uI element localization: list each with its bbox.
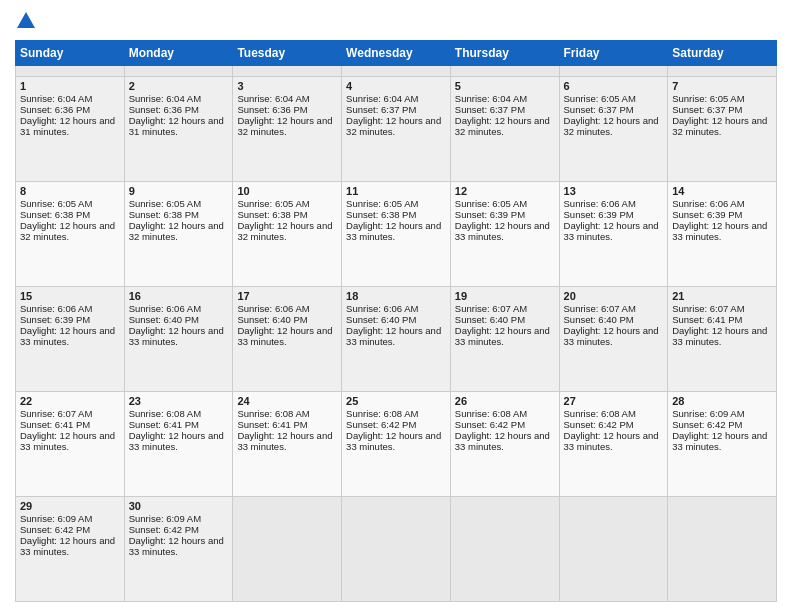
day-header-thursday: Thursday [450,41,559,66]
day-number: 15 [20,290,120,302]
sunset-text: Sunset: 6:40 PM [129,314,199,325]
sunrise-text: Sunrise: 6:04 AM [129,93,201,104]
daylight-text: Daylight: 12 hours and 33 minutes. [20,430,115,452]
sunrise-text: Sunrise: 6:09 AM [20,513,92,524]
day-number: 29 [20,500,120,512]
calendar-cell [233,497,342,602]
calendar-cell: 6Sunrise: 6:05 AMSunset: 6:37 PMDaylight… [559,77,668,182]
day-header-friday: Friday [559,41,668,66]
sunset-text: Sunset: 6:42 PM [20,524,90,535]
calendar-cell [342,66,451,77]
day-number: 17 [237,290,337,302]
day-number: 23 [129,395,229,407]
sunset-text: Sunset: 6:42 PM [129,524,199,535]
daylight-text: Daylight: 12 hours and 33 minutes. [672,325,767,347]
sunset-text: Sunset: 6:38 PM [129,209,199,220]
day-header-tuesday: Tuesday [233,41,342,66]
sunset-text: Sunset: 6:36 PM [129,104,199,115]
sunrise-text: Sunrise: 6:05 AM [20,198,92,209]
daylight-text: Daylight: 12 hours and 33 minutes. [129,535,224,557]
logo [15,10,39,32]
daylight-text: Daylight: 12 hours and 33 minutes. [346,430,441,452]
day-number: 30 [129,500,229,512]
day-number: 24 [237,395,337,407]
calendar-cell: 27Sunrise: 6:08 AMSunset: 6:42 PMDayligh… [559,392,668,497]
sunrise-text: Sunrise: 6:07 AM [455,303,527,314]
calendar-cell: 28Sunrise: 6:09 AMSunset: 6:42 PMDayligh… [668,392,777,497]
day-number: 5 [455,80,555,92]
day-number: 10 [237,185,337,197]
daylight-text: Daylight: 12 hours and 33 minutes. [672,430,767,452]
day-number: 11 [346,185,446,197]
day-number: 28 [672,395,772,407]
sunrise-text: Sunrise: 6:09 AM [129,513,201,524]
sunset-text: Sunset: 6:39 PM [20,314,90,325]
calendar-cell: 18Sunrise: 6:06 AMSunset: 6:40 PMDayligh… [342,287,451,392]
daylight-text: Daylight: 12 hours and 33 minutes. [20,535,115,557]
day-number: 12 [455,185,555,197]
calendar-cell: 11Sunrise: 6:05 AMSunset: 6:38 PMDayligh… [342,182,451,287]
sunrise-text: Sunrise: 6:05 AM [129,198,201,209]
sunset-text: Sunset: 6:37 PM [455,104,525,115]
sunrise-text: Sunrise: 6:05 AM [564,93,636,104]
sunrise-text: Sunrise: 6:06 AM [129,303,201,314]
sunrise-text: Sunrise: 6:06 AM [672,198,744,209]
sunrise-text: Sunrise: 6:05 AM [237,198,309,209]
sunset-text: Sunset: 6:42 PM [672,419,742,430]
calendar-cell: 10Sunrise: 6:05 AMSunset: 6:38 PMDayligh… [233,182,342,287]
calendar-cell: 9Sunrise: 6:05 AMSunset: 6:38 PMDaylight… [124,182,233,287]
daylight-text: Daylight: 12 hours and 32 minutes. [129,220,224,242]
daylight-text: Daylight: 12 hours and 33 minutes. [346,325,441,347]
calendar-cell: 5Sunrise: 6:04 AMSunset: 6:37 PMDaylight… [450,77,559,182]
daylight-text: Daylight: 12 hours and 32 minutes. [564,115,659,137]
sunset-text: Sunset: 6:42 PM [564,419,634,430]
calendar-cell: 17Sunrise: 6:06 AMSunset: 6:40 PMDayligh… [233,287,342,392]
calendar-cell: 13Sunrise: 6:06 AMSunset: 6:39 PMDayligh… [559,182,668,287]
daylight-text: Daylight: 12 hours and 31 minutes. [20,115,115,137]
day-number: 18 [346,290,446,302]
calendar-cell [450,66,559,77]
sunrise-text: Sunrise: 6:07 AM [20,408,92,419]
sunrise-text: Sunrise: 6:08 AM [346,408,418,419]
sunset-text: Sunset: 6:38 PM [20,209,90,220]
daylight-text: Daylight: 12 hours and 33 minutes. [129,325,224,347]
day-number: 2 [129,80,229,92]
day-number: 1 [20,80,120,92]
calendar-cell [16,66,125,77]
sunset-text: Sunset: 6:40 PM [237,314,307,325]
calendar-table: SundayMondayTuesdayWednesdayThursdayFrid… [15,40,777,602]
calendar-cell [233,66,342,77]
page: SundayMondayTuesdayWednesdayThursdayFrid… [0,0,792,612]
calendar-cell: 2Sunrise: 6:04 AMSunset: 6:36 PMDaylight… [124,77,233,182]
calendar-cell: 7Sunrise: 6:05 AMSunset: 6:37 PMDaylight… [668,77,777,182]
daylight-text: Daylight: 12 hours and 33 minutes. [129,430,224,452]
calendar-cell: 19Sunrise: 6:07 AMSunset: 6:40 PMDayligh… [450,287,559,392]
daylight-text: Daylight: 12 hours and 33 minutes. [455,325,550,347]
calendar-cell [124,66,233,77]
sunrise-text: Sunrise: 6:07 AM [672,303,744,314]
daylight-text: Daylight: 12 hours and 33 minutes. [237,430,332,452]
sunset-text: Sunset: 6:38 PM [237,209,307,220]
sunset-text: Sunset: 6:38 PM [346,209,416,220]
daylight-text: Daylight: 12 hours and 33 minutes. [564,430,659,452]
daylight-text: Daylight: 12 hours and 33 minutes. [455,430,550,452]
sunrise-text: Sunrise: 6:05 AM [346,198,418,209]
sunset-text: Sunset: 6:42 PM [346,419,416,430]
calendar-cell: 8Sunrise: 6:05 AMSunset: 6:38 PMDaylight… [16,182,125,287]
sunset-text: Sunset: 6:36 PM [237,104,307,115]
day-header-saturday: Saturday [668,41,777,66]
day-number: 9 [129,185,229,197]
sunset-text: Sunset: 6:40 PM [346,314,416,325]
sunrise-text: Sunrise: 6:05 AM [672,93,744,104]
calendar-cell [559,497,668,602]
sunrise-text: Sunrise: 6:07 AM [564,303,636,314]
calendar-cell: 14Sunrise: 6:06 AMSunset: 6:39 PMDayligh… [668,182,777,287]
calendar-cell: 25Sunrise: 6:08 AMSunset: 6:42 PMDayligh… [342,392,451,497]
day-number: 25 [346,395,446,407]
sunset-text: Sunset: 6:41 PM [672,314,742,325]
sunset-text: Sunset: 6:37 PM [346,104,416,115]
calendar-cell: 12Sunrise: 6:05 AMSunset: 6:39 PMDayligh… [450,182,559,287]
daylight-text: Daylight: 12 hours and 32 minutes. [237,115,332,137]
daylight-text: Daylight: 12 hours and 33 minutes. [455,220,550,242]
day-number: 21 [672,290,772,302]
